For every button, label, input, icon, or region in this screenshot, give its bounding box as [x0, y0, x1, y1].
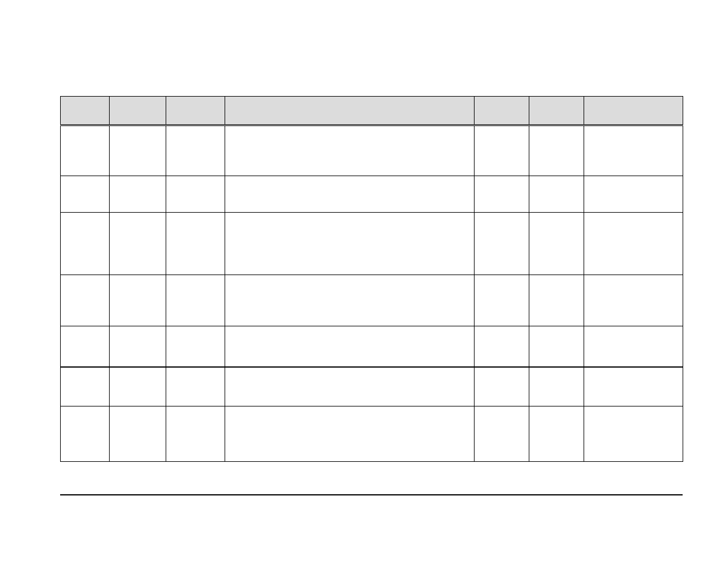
- cell: [584, 125, 683, 176]
- cell: [166, 367, 225, 406]
- cell: [166, 406, 225, 462]
- cell: [584, 326, 683, 368]
- cell: [529, 213, 584, 275]
- cell: [529, 406, 584, 462]
- cell: [529, 326, 584, 368]
- cell: [225, 406, 475, 462]
- table-row: [61, 367, 683, 406]
- cell: [110, 176, 166, 213]
- cell: [225, 125, 475, 176]
- cell: [475, 326, 529, 368]
- table-row: [61, 213, 683, 275]
- cell: [475, 176, 529, 213]
- cell: [529, 125, 584, 176]
- cell: [584, 176, 683, 213]
- cell: [584, 275, 683, 326]
- col-header-3: [225, 97, 475, 125]
- cell: [584, 213, 683, 275]
- cell: [110, 125, 166, 176]
- cell: [61, 406, 110, 462]
- cell: [225, 213, 475, 275]
- cell: [166, 125, 225, 176]
- cell: [110, 406, 166, 462]
- data-table: [60, 96, 683, 462]
- cell: [475, 275, 529, 326]
- cell: [529, 367, 584, 406]
- cell: [529, 275, 584, 326]
- cell: [584, 406, 683, 462]
- cell: [475, 367, 529, 406]
- col-header-4: [475, 97, 529, 125]
- cell: [61, 367, 110, 406]
- cell: [110, 326, 166, 368]
- col-header-1: [110, 97, 166, 125]
- cell: [584, 367, 683, 406]
- table-row: [61, 176, 683, 213]
- cell: [110, 275, 166, 326]
- cell: [225, 275, 475, 326]
- table-header-row: [61, 97, 683, 125]
- cell: [475, 125, 529, 176]
- cell: [61, 125, 110, 176]
- cell: [61, 275, 110, 326]
- cell: [166, 326, 225, 368]
- col-header-5: [529, 97, 584, 125]
- page: [0, 0, 728, 562]
- col-header-6: [584, 97, 683, 125]
- cell: [61, 176, 110, 213]
- col-header-2: [166, 97, 225, 125]
- table-row: [61, 326, 683, 368]
- table-row: [61, 125, 683, 176]
- cell: [225, 326, 475, 368]
- cell: [529, 176, 584, 213]
- col-header-0: [61, 97, 110, 125]
- footer-divider: [60, 494, 683, 495]
- cell: [166, 213, 225, 275]
- cell: [225, 367, 475, 406]
- cell: [475, 213, 529, 275]
- cell: [166, 176, 225, 213]
- cell: [61, 213, 110, 275]
- table-row: [61, 406, 683, 462]
- cell: [475, 406, 529, 462]
- table-row: [61, 275, 683, 326]
- cell: [110, 213, 166, 275]
- cell: [110, 367, 166, 406]
- cell: [61, 326, 110, 368]
- cell: [166, 275, 225, 326]
- cell: [225, 176, 475, 213]
